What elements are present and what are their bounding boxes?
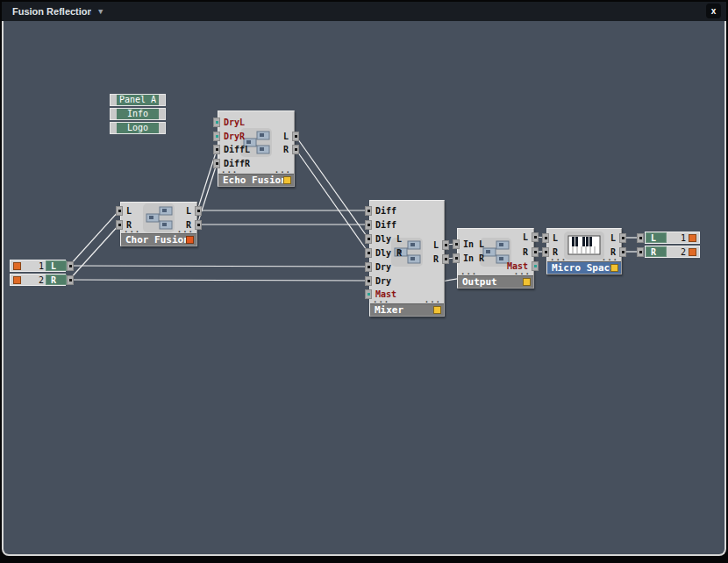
terminal-square-icon: [689, 234, 696, 242]
module-indicator[interactable]: [283, 176, 291, 184]
audio-port-dot: [545, 237, 547, 239]
input-port-l[interactable]: [542, 233, 549, 243]
terminal-out-port[interactable]: [67, 275, 74, 285]
module-indicator[interactable]: [186, 236, 194, 244]
output-port-label: R: [433, 254, 439, 265]
panel-label-logo[interactable]: Logo: [110, 122, 166, 134]
terminal-square-icon: [689, 248, 696, 256]
audio-port-dot: [368, 280, 370, 282]
output-port-label: R: [523, 247, 528, 258]
input-port-label: Dly R: [375, 248, 402, 259]
input-port-r[interactable]: [542, 247, 549, 257]
module-footer: Mixer: [370, 303, 444, 316]
output-port-label: L: [523, 232, 528, 243]
input-port-dryl[interactable]: [213, 118, 220, 127]
terminal-square-icon: [13, 262, 21, 270]
input-port-diffr[interactable]: [213, 159, 220, 168]
audio-port-dot: [368, 224, 370, 226]
audio-port-dot: [445, 244, 447, 246]
output-port-l[interactable]: [532, 232, 539, 242]
output-port-mast[interactable]: [532, 261, 539, 271]
input-port-diff[interactable]: [365, 206, 372, 216]
input-port-dly-l[interactable]: [365, 234, 372, 244]
output-port-l[interactable]: [292, 132, 299, 141]
panel-label-info[interactable]: Info: [110, 108, 166, 120]
terminal-channel: R: [46, 274, 67, 285]
audio-out-terminal-1[interactable]: L1: [645, 232, 700, 244]
input-port-mast[interactable]: [365, 289, 372, 299]
audio-port-dot: [368, 252, 370, 254]
input-port-r[interactable]: [116, 220, 123, 230]
input-port-dly-r[interactable]: [365, 248, 372, 258]
output-port-r[interactable]: [532, 247, 539, 257]
terminal-in-port[interactable]: [637, 233, 644, 243]
input-port-in-r[interactable]: [453, 253, 460, 263]
audio-port-dot: [639, 237, 642, 239]
audio-in-terminal-1[interactable]: 1L: [10, 260, 66, 272]
input-port-diff[interactable]: [365, 220, 372, 230]
input-port-label: Diff: [375, 206, 396, 217]
terminal-number: 2: [668, 247, 686, 257]
output-port-l[interactable]: [195, 206, 202, 216]
input-port-label: L: [126, 206, 132, 217]
terminal-channel: R: [646, 246, 667, 257]
input-port-label: DiffL: [224, 145, 250, 155]
chevron-down-icon[interactable]: ▼: [98, 7, 103, 16]
input-port-dryr[interactable]: [213, 132, 220, 141]
module-chor-fusion[interactable]: LRLR......Chor Fusion: [120, 202, 197, 246]
module-footer: Chor Fusion: [121, 233, 196, 246]
panel-label-panel-a[interactable]: Panel A: [110, 94, 166, 106]
panel-label-text: Info: [117, 109, 159, 119]
audio-port-dot: [445, 258, 447, 260]
output-port-r[interactable]: [442, 254, 449, 264]
output-port-label: L: [610, 233, 616, 244]
input-port-dry[interactable]: [365, 276, 372, 286]
window-title: Fusion Reflection: [12, 6, 91, 17]
input-port-label: DryL: [224, 118, 245, 128]
audio-port-dot: [455, 257, 458, 260]
output-port-label: R: [283, 145, 289, 155]
output-port-label: L: [186, 206, 191, 217]
input-port-in-l[interactable]: [453, 239, 460, 249]
close-button[interactable]: x: [706, 4, 721, 18]
module-echo-fusion[interactable]: DryLDryRDiffLDiffRLR......Echo Fusion: [218, 110, 295, 187]
audio-port-dot: [216, 162, 218, 165]
output-port-r[interactable]: [619, 247, 626, 257]
input-port-label: In L: [463, 239, 484, 250]
output-port-r[interactable]: [195, 220, 202, 230]
input-port-dry[interactable]: [365, 262, 372, 272]
terminal-number: 1: [668, 233, 686, 243]
audio-port-dot: [69, 279, 72, 282]
audio-port-dot: [69, 265, 72, 267]
terminal-channel: L: [646, 232, 667, 243]
module-indicator[interactable]: [523, 278, 531, 286]
module-footer: Micro Space: [547, 261, 621, 274]
audio-port-dot: [368, 266, 370, 268]
terminal-channel-label: R: [46, 275, 66, 286]
audio-port-dot: [118, 224, 121, 226]
module-micro-space[interactable]: LRLR......Micro Space: [546, 228, 622, 274]
input-port-l[interactable]: [116, 206, 123, 216]
audio-out-terminal-2[interactable]: R2: [645, 246, 700, 258]
module-indicator[interactable]: [610, 264, 618, 272]
output-port-l[interactable]: [442, 240, 449, 250]
output-port-l[interactable]: [619, 233, 626, 243]
module-indicator[interactable]: [433, 306, 441, 314]
panel-label-text: Logo: [117, 123, 159, 133]
terminal-out-port[interactable]: [67, 261, 74, 271]
input-port-label: Dly L: [375, 234, 402, 245]
audio-in-terminal-2[interactable]: 2R: [10, 274, 66, 286]
terminal-in-port[interactable]: [637, 247, 644, 257]
terminal-number: 1: [25, 261, 44, 271]
module-output[interactable]: In LIn RLRMast......Output: [457, 228, 534, 289]
input-port-diffl[interactable]: [213, 145, 220, 154]
module-mixer[interactable]: DiffDiffDly LDly RDryDryMastLR......Mixe…: [369, 200, 445, 317]
event-port-dot: [216, 121, 218, 124]
module-footer: Echo Fusion: [218, 174, 294, 186]
audio-port-dot: [545, 251, 547, 253]
audio-port-dot: [368, 238, 370, 240]
audio-port-dot: [216, 148, 218, 151]
audio-port-dot: [118, 210, 121, 212]
output-port-r[interactable]: [292, 145, 299, 154]
audio-port-dot: [295, 148, 297, 151]
